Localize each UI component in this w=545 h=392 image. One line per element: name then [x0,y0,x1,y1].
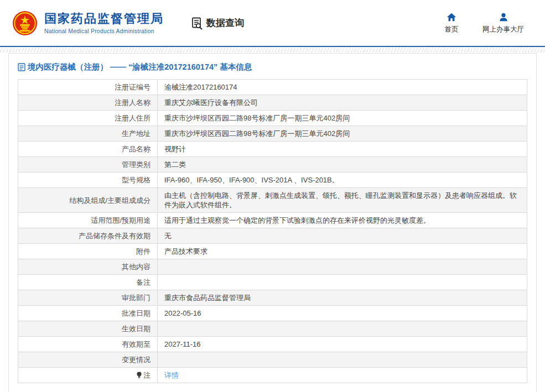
brand-title-en: National Medical Products Administration [44,28,164,34]
row-label-text: 注 [143,371,150,379]
row-label-text: 注册证编号 [115,83,150,91]
row-label-text: 型号规格 [122,176,150,184]
row-label-text: 生产地址 [122,129,150,138]
row-label-text: 管理类别 [122,160,150,169]
table-row: 型号规格 IFA-960、IFA-950、IFA-900、IVS-201A 、I… [18,173,527,188]
content-card: 境内医疗器械（注册） —— “渝械注准20172160174” 基本信息 注册证… [8,53,537,392]
bulb-icon [136,372,142,379]
row-label-text: 结构及组成/主要组成成分 [69,196,150,205]
table-row: 注册人名称 重庆艾尔曦医疗设备有限公司 [18,95,527,111]
row-label: 生效日期 [18,321,158,337]
brand-block: 国家药品监督管理局 National Medical Products Admi… [44,12,164,34]
row-label: 生产地址 [18,126,158,142]
row-label: 变更情况 [18,352,158,368]
row-value: 适用于通过主观察觉一个确定的背景下试验刺激点的存在来评价视野的光灵敏度差。 [158,213,527,228]
nav-item-service-hall[interactable]: 网上办事大厅 [482,12,524,34]
row-value [158,321,527,337]
table-row: 备注 [18,275,527,290]
table-row: 生效日期 [18,321,527,337]
table-row: 产品储存条件及有效期 无 [18,228,527,244]
data-query-nav[interactable]: 数据查询 [190,17,244,30]
row-label-text: 产品名称 [122,145,150,153]
table-row: 结构及组成/主要组成成分 由主机（含控制电路、背景屏、刺激点生成装置、颌托、额托… [18,188,527,213]
row-label: 注册人住所 [18,111,158,126]
row-label-text: 备注 [136,278,150,286]
table-row: 产品名称 视野计 [18,142,527,157]
row-label: 注册人名称 [18,95,158,111]
row-value: 无 [158,228,527,244]
row-label-text: 适用范围/预期用途 [91,216,150,224]
row-value [158,259,527,275]
brand-title-cn: 国家药品监督管理局 [44,12,164,26]
table-row: 适用范围/预期用途 适用于通过主观察觉一个确定的背景下试验刺激点的存在来评价视野… [18,213,527,228]
row-label: 适用范围/预期用途 [18,213,158,228]
row-label: 产品名称 [18,142,158,157]
row-label: 备注 [18,275,158,290]
nav-item-home[interactable]: 首页 [442,12,461,34]
row-label-text: 变更情况 [122,356,150,364]
page-icon [18,63,25,71]
row-label-text: 生效日期 [122,325,150,333]
row-label: 产品储存条件及有效期 [18,228,158,244]
info-table: 注册证编号 渝械注准20172160174 注册人名称 重庆艾尔曦医疗设备有限公… [18,79,527,383]
row-value: 由主机（含控制电路、背景屏、刺激点生成装置、颌托、额托、瞳孔监测装置和显示器）及… [158,188,527,213]
row-label: 其他内容 [18,259,158,275]
row-label-text: 产品储存条件及有效期 [79,232,150,240]
user-icon [499,12,508,22]
row-value: 2022-05-16 [158,306,527,321]
nav-item-label: 网上办事大厅 [482,25,524,34]
info-table-wrap: 注册证编号 渝械注准20172160174 注册人名称 重庆艾尔曦医疗设备有限公… [9,79,536,392]
row-label-text: 注册人名称 [115,98,150,107]
document-search-icon [190,17,204,30]
row-label: 审批部门 [18,290,158,306]
table-row: 审批部门 重庆市食品药品监督管理局 [18,290,527,306]
row-label-text: 其他内容 [122,263,150,271]
nav-item-label: 首页 [445,25,459,34]
row-value: 2027-11-16 [158,337,527,352]
row-label-text: 批准日期 [122,309,150,317]
row-label: 管理类别 [18,157,158,173]
hatched-divider [0,47,545,53]
row-value [158,352,527,368]
row-label: 注册证编号 [18,80,158,95]
table-row: 注 详情 [18,368,527,383]
row-label: 有效期至 [18,337,158,352]
row-value: 重庆市沙坪坝区西园二路98号标准厂房一期三单元402房间 [158,111,527,126]
table-row: 注册人住所 重庆市沙坪坝区西园二路98号标准厂房一期三单元402房间 [18,111,527,126]
table-row: 其他内容 [18,259,527,275]
row-label-text: 有效期至 [122,340,150,348]
row-label: 批准日期 [18,306,158,321]
row-label-text: 审批部门 [122,294,150,302]
table-row: 批准日期 2022-05-16 [18,306,527,321]
table-row: 变更情况 [18,352,527,368]
row-value: 重庆市沙坪坝区西园二路98号标准厂房一期三单元402房间 [158,126,527,142]
row-label: 结构及组成/主要组成成分 [18,188,158,213]
page-title-text: 境内医疗器械（注册） —— “渝械注准20172160174” 基本信息 [28,62,252,72]
row-value: 产品技术要求 [158,244,527,259]
row-label-text: 附件 [136,247,150,255]
row-value: 重庆市食品药品监督管理局 [158,290,527,306]
row-value: 渝械注准20172160174 [158,80,527,95]
top-nav: 首页 网上办事大厅 [442,12,534,34]
table-row: 附件 产品技术要求 [18,244,527,259]
home-icon [447,12,456,22]
row-value: IFA-960、IFA-950、IFA-900、IVS-201A 、IVS-20… [158,173,527,188]
detail-link[interactable]: 详情 [164,371,179,379]
row-value: 详情 [158,368,527,383]
table-row: 注册证编号 渝械注准20172160174 [18,80,527,95]
row-label-text: 注册人住所 [115,114,150,122]
row-value: 重庆艾尔曦医疗设备有限公司 [158,95,527,111]
site-header: 国家药品监督管理局 National Medical Products Admi… [0,0,545,47]
row-value [158,275,527,290]
national-emblem-logo[interactable] [12,11,38,36]
table-row: 生产地址 重庆市沙坪坝区西园二路98号标准厂房一期三单元402房间 [18,126,527,142]
info-table-body: 注册证编号 渝械注准20172160174 注册人名称 重庆艾尔曦医疗设备有限公… [18,80,527,383]
row-label: 型号规格 [18,173,158,188]
row-value: 视野计 [158,142,527,157]
row-label: 附件 [18,244,158,259]
row-label: 注 [18,368,158,383]
table-row: 管理类别 第二类 [18,157,527,173]
data-query-label: 数据查询 [206,17,244,29]
table-row: 有效期至 2027-11-16 [18,337,527,352]
page-title: 境内医疗器械（注册） —— “渝械注准20172160174” 基本信息 [9,54,536,79]
